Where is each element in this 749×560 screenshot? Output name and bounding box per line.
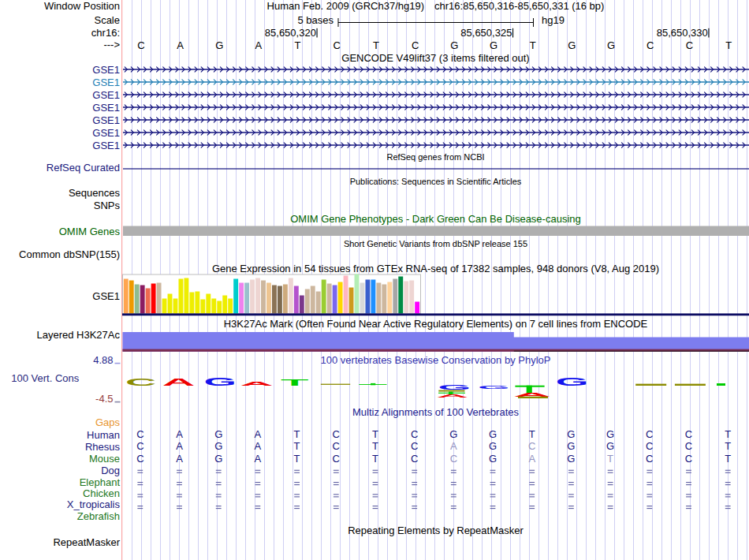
svg-text:hg19: hg19 — [542, 14, 565, 26]
svg-text:G: G — [449, 428, 457, 440]
svg-text:C: C — [333, 428, 340, 440]
svg-text:G: G — [489, 428, 497, 440]
svg-text:A: A — [528, 453, 535, 465]
svg-text:T: T — [295, 39, 301, 51]
svg-text:Mouse: Mouse — [89, 453, 120, 465]
svg-text:G: G — [489, 453, 497, 465]
svg-text:5 bases: 5 bases — [297, 14, 334, 26]
svg-text:C: C — [646, 440, 653, 452]
svg-text:A: A — [162, 377, 196, 388]
svg-text:OMIM Gene Phenotypes - Dark Gr: OMIM Gene Phenotypes - Dark Green Can Be… — [290, 213, 581, 225]
svg-text:G: G — [478, 385, 510, 390]
svg-text:Sequences: Sequences — [69, 187, 121, 199]
svg-text:100 Vert. Cons: 100 Vert. Cons — [11, 372, 79, 384]
svg-text:C: C — [685, 453, 692, 465]
svg-text:A: A — [176, 440, 183, 452]
svg-text:85,650,320: 85,650,320 — [265, 27, 316, 39]
svg-text:G: G — [567, 428, 575, 440]
svg-text:C: C — [136, 453, 143, 465]
svg-text:T: T — [372, 428, 378, 440]
svg-text:G: G — [567, 440, 575, 452]
svg-text:Gene Expression in 54 tissues: Gene Expression in 54 tissues from GTEx … — [212, 263, 659, 274]
svg-text:A: A — [255, 428, 262, 440]
svg-text:Rhesus: Rhesus — [85, 441, 121, 453]
svg-text:Zebrafish: Zebrafish — [77, 510, 120, 522]
svg-text:G: G — [214, 428, 222, 440]
svg-text:C: C — [411, 440, 418, 452]
svg-text:G: G — [556, 375, 589, 388]
svg-text:T: T — [725, 428, 731, 440]
svg-text:C: C — [646, 453, 653, 465]
svg-text:T: T — [294, 453, 300, 465]
svg-text:T: T — [372, 440, 378, 452]
svg-text:C: C — [125, 377, 156, 388]
svg-text:Human: Human — [87, 429, 120, 441]
svg-text:G: G — [490, 39, 497, 51]
svg-text:GSE1: GSE1 — [92, 89, 120, 101]
svg-text:T: T — [294, 428, 300, 440]
svg-text:C: C — [685, 440, 692, 452]
svg-text:C: C — [412, 39, 419, 51]
svg-text:GSE1: GSE1 — [92, 64, 120, 76]
svg-text:T: T — [373, 39, 379, 51]
svg-text:C: C — [528, 440, 535, 452]
svg-text:Common dbSNP(155): Common dbSNP(155) — [19, 248, 120, 260]
svg-text:G: G — [606, 440, 614, 452]
svg-text:Window Position: Window Position — [44, 0, 120, 12]
svg-text:Elephant: Elephant — [80, 476, 121, 488]
svg-text:C: C — [333, 440, 340, 452]
svg-text:G: G — [606, 428, 614, 440]
svg-text:G: G — [607, 39, 615, 51]
svg-text:A: A — [255, 39, 263, 51]
svg-text:G: G — [438, 383, 471, 391]
svg-text:4.88: 4.88 — [93, 354, 113, 366]
svg-text:Publications: Sequences in Sci: Publications: Sequences in Scientific Ar… — [350, 177, 522, 186]
svg-text:Repeating Elements by RepeatMa: Repeating Elements by RepeatMasker — [348, 525, 524, 536]
svg-text:Scale: Scale — [94, 14, 120, 26]
svg-text:T: T — [607, 453, 613, 465]
svg-text:G: G — [489, 440, 497, 452]
svg-text:C: C — [646, 428, 653, 440]
svg-text:A: A — [176, 453, 183, 465]
svg-text:C: C — [136, 440, 143, 452]
svg-text:T: T — [725, 440, 731, 452]
svg-text:G: G — [568, 39, 576, 51]
svg-text:A: A — [436, 394, 468, 398]
svg-text:G: G — [214, 453, 222, 465]
svg-text:Short Genetic Variants from db: Short Genetic Variants from dbSNP releas… — [344, 239, 527, 248]
svg-text:T: T — [725, 453, 731, 465]
svg-text:T: T — [529, 428, 535, 440]
svg-text:A: A — [177, 39, 184, 51]
svg-text:T: T — [372, 453, 378, 465]
svg-text:-4.5: -4.5 — [95, 393, 113, 405]
svg-text:C: C — [411, 453, 418, 465]
svg-text:A: A — [255, 440, 262, 452]
svg-text:GSE1: GSE1 — [92, 290, 120, 302]
svg-text:Gaps: Gaps — [95, 416, 121, 428]
svg-text:X_tropicalis: X_tropicalis — [67, 498, 121, 510]
svg-text:T: T — [530, 39, 536, 51]
svg-text:A: A — [255, 453, 262, 465]
svg-text:C: C — [136, 428, 143, 440]
svg-text:C: C — [334, 39, 341, 51]
svg-text:G: G — [567, 453, 575, 465]
svg-text:T: T — [725, 39, 732, 51]
svg-text:--->: ---> — [103, 39, 120, 50]
svg-text:G: G — [214, 440, 222, 452]
svg-text:RefSeq genes from NCBI: RefSeq genes from NCBI — [386, 152, 484, 162]
svg-text:SNPs: SNPs — [94, 200, 121, 211]
svg-text:100 vertebrates Basewise Conse: 100 vertebrates Basewise Conservation by… — [321, 354, 551, 366]
svg-text:85,650,325: 85,650,325 — [460, 27, 512, 39]
svg-text:GSE1: GSE1 — [92, 140, 120, 151]
svg-text:GSE1: GSE1 — [92, 77, 120, 88]
svg-text:C: C — [411, 428, 418, 440]
svg-text:OMIM Genes: OMIM Genes — [59, 226, 121, 237]
svg-text:Chicken: Chicken — [83, 487, 120, 499]
svg-text:C: C — [685, 428, 692, 440]
svg-text:G: G — [204, 375, 237, 388]
svg-text:C: C — [333, 453, 340, 465]
svg-text:G: G — [215, 39, 223, 51]
svg-text:Multiz Alignments of 100 Verte: Multiz Alignments of 100 Vertebrates — [352, 406, 520, 418]
svg-text:GSE1: GSE1 — [92, 127, 120, 139]
svg-text:85,650,330: 85,650,330 — [657, 27, 708, 39]
